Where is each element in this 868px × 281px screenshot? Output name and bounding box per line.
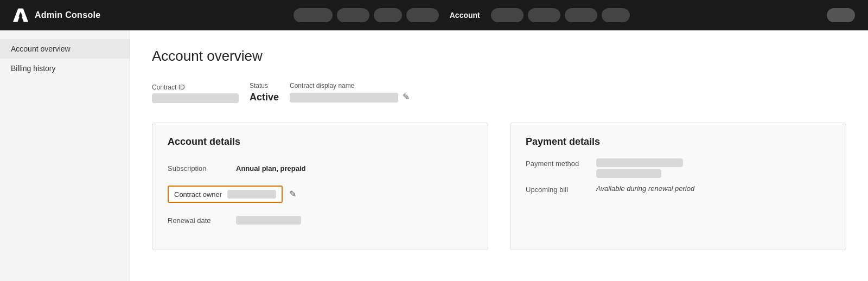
- account-details-panel: Account details Subscription Annual plan…: [152, 123, 488, 250]
- subscription-label: Subscription: [168, 164, 227, 173]
- contract-display-name-label: Contract display name: [290, 82, 410, 90]
- main-layout: Account overview Billing history Account…: [0, 30, 868, 281]
- nav-pill-2[interactable]: [337, 8, 369, 22]
- status-label: Status: [250, 82, 279, 90]
- upcoming-bill-value: Available during renewal period: [596, 184, 694, 193]
- nav-pill-1[interactable]: [293, 8, 333, 22]
- payment-details-panel: Payment details Payment method Upcoming …: [510, 123, 846, 250]
- renewal-date-row: Renewal date: [168, 210, 473, 230]
- contract-display-name-bar: [290, 93, 398, 103]
- page-title: Account overview: [152, 48, 846, 65]
- adobe-logo-icon: [13, 8, 28, 23]
- contract-id-group: Contract ID: [152, 84, 239, 103]
- app-title: Admin Console: [35, 10, 101, 20]
- payment-details-title: Payment details: [526, 136, 831, 148]
- payment-method-bar-1: [596, 158, 683, 167]
- sidebar-item-billing-history-label: Billing history: [11, 64, 55, 73]
- topnav-right: [822, 8, 855, 22]
- contract-display-name-group: Contract display name ✎: [290, 82, 410, 103]
- renewal-date-label: Renewal date: [168, 216, 227, 225]
- nav-pill-7[interactable]: [565, 8, 597, 22]
- contract-id-label: Contract ID: [152, 84, 239, 91]
- sidebar-item-billing-history[interactable]: Billing history: [0, 59, 130, 78]
- sidebar-item-account-overview-label: Account overview: [11, 44, 71, 53]
- status-value: Active: [250, 92, 279, 103]
- nav-pill-user[interactable]: [827, 8, 855, 22]
- nav-pill-6[interactable]: [528, 8, 560, 22]
- contract-owner-row: Contract owner ✎: [168, 184, 473, 204]
- edit-contract-owner-icon[interactable]: ✎: [289, 189, 296, 199]
- nav-pill-5[interactable]: [491, 8, 524, 22]
- contract-fields-row: Contract ID Status Active Contract displ…: [152, 82, 846, 103]
- renewal-date-value-bar: [236, 216, 301, 225]
- status-group: Status Active: [250, 82, 279, 103]
- contract-owner-box: Contract owner: [168, 186, 283, 203]
- subscription-value: Annual plan, prepaid: [236, 164, 306, 173]
- payment-method-row: Payment method: [526, 158, 831, 178]
- contract-owner-value-bar: [227, 190, 276, 199]
- upcoming-bill-label: Upcoming bill: [526, 184, 585, 194]
- subscription-row: Subscription Annual plan, prepaid: [168, 158, 473, 178]
- contract-owner-label: Contract owner: [174, 190, 222, 199]
- nav-pill-4[interactable]: [406, 8, 439, 22]
- contract-id-value-bar: [152, 93, 239, 103]
- edit-display-name-icon[interactable]: ✎: [403, 92, 410, 102]
- sidebar: Account overview Billing history: [0, 30, 130, 281]
- payment-method-bar-2: [596, 169, 661, 178]
- payment-method-values: [596, 158, 683, 178]
- contract-owner-inner: Contract owner ✎: [168, 186, 296, 203]
- nav-account-label[interactable]: Account: [443, 11, 487, 20]
- sidebar-item-account-overview[interactable]: Account overview: [0, 39, 130, 59]
- topnav-items: Account: [110, 8, 814, 22]
- nav-pill-8[interactable]: [602, 8, 630, 22]
- payment-method-label: Payment method: [526, 158, 585, 168]
- logo-area: Admin Console: [13, 8, 101, 23]
- upcoming-bill-row: Upcoming bill Available during renewal p…: [526, 184, 831, 194]
- nav-pill-3[interactable]: [374, 8, 402, 22]
- topnav: Admin Console Account: [0, 0, 868, 30]
- content-area: Account overview Contract ID Status Acti…: [130, 30, 868, 281]
- panels-row: Account details Subscription Annual plan…: [152, 123, 846, 250]
- account-details-title: Account details: [168, 136, 473, 148]
